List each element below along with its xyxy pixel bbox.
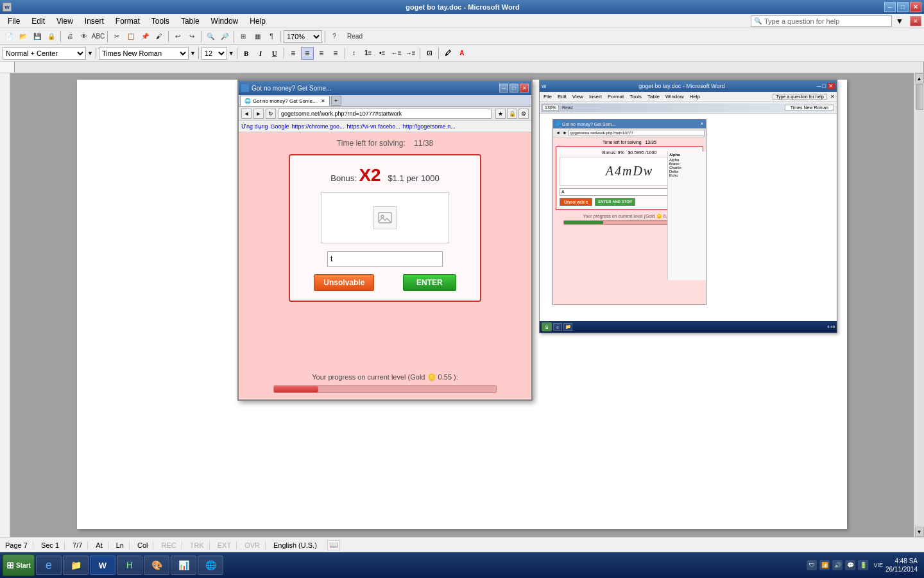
taskbar-app1[interactable]: 📊 — [171, 556, 196, 575]
captcha-input[interactable] — [327, 251, 443, 267]
bg-start-btn[interactable]: S — [542, 322, 552, 331]
style-dropdown[interactable]: ▼ — [87, 50, 93, 57]
bg-help-close[interactable]: ✕ — [830, 94, 835, 100]
bg-captcha-input[interactable] — [560, 188, 673, 196]
maximize-button[interactable]: □ — [897, 2, 909, 12]
menu-view[interactable]: View — [51, 15, 78, 27]
tab-close-icon[interactable]: ✕ — [321, 98, 325, 104]
bookmark-facebook[interactable]: https://vi-vn.facebo... — [347, 123, 400, 130]
menu-table[interactable]: Table — [176, 15, 205, 27]
undo-btn[interactable]: ↩ — [171, 30, 184, 43]
bg-help-box[interactable]: Type a question for help — [773, 94, 827, 100]
scroll-up-btn[interactable]: ▲ — [915, 73, 924, 83]
menu-tools[interactable]: Tools — [146, 15, 175, 27]
zoom-select[interactable]: 170% — [284, 30, 322, 43]
numbering-btn[interactable]: 1≡ — [362, 47, 375, 60]
bullets-btn[interactable]: •≡ — [376, 47, 389, 60]
bookmark-icon[interactable]: ★ — [495, 109, 506, 119]
forward-btn[interactable]: ► — [253, 109, 264, 119]
bg-menu-help[interactable]: Help — [688, 94, 702, 100]
paste-btn[interactable]: 📌 — [139, 30, 151, 43]
back-btn[interactable]: ◄ — [241, 109, 252, 119]
bookmark-gogetsome[interactable]: http://gogetsome.n... — [403, 123, 456, 130]
menu-window[interactable]: Window — [206, 15, 244, 27]
cut-btn[interactable]: ✂ — [110, 30, 123, 43]
font-color-btn[interactable]: A — [456, 47, 468, 60]
font-dropdown[interactable]: ▼ — [190, 50, 196, 57]
browser-active-tab[interactable]: 🌐 Got no money? Get Some... ✕ — [240, 96, 330, 106]
close-button[interactable]: ✕ — [910, 2, 921, 12]
bg-menu-tools[interactable]: Tools — [628, 94, 644, 100]
enter-btn[interactable]: ENTER — [403, 274, 456, 291]
scroll-down-btn[interactable]: ▼ — [915, 527, 924, 537]
bg-menu-table[interactable]: Table — [646, 94, 662, 100]
new-tab-btn[interactable]: + — [331, 96, 341, 106]
menu-help[interactable]: Help — [244, 15, 271, 27]
taskbar-app2[interactable]: 🌐 — [198, 556, 223, 575]
taskbar-word2[interactable]: H — [117, 556, 142, 575]
reload-btn[interactable]: ↻ — [266, 109, 276, 119]
taskbar-ie[interactable]: e — [36, 556, 62, 575]
taskbar-paint[interactable]: 🎨 — [144, 556, 169, 575]
bg-sb-url[interactable]: gogetsome.net/work.php?rnd=10777 — [569, 130, 705, 136]
read-btn[interactable]: Read — [342, 30, 368, 43]
spell-btn[interactable]: ABC — [92, 30, 105, 43]
bg-sb-back[interactable]: ◄ — [554, 130, 561, 135]
bg-menu-insert[interactable]: Insert — [587, 94, 604, 100]
background-word-window[interactable]: W goget bo tay.doc - Microsoft Word ─ □ … — [539, 80, 837, 333]
scroll-track[interactable] — [915, 83, 924, 527]
bg-close[interactable]: ✕ — [827, 83, 835, 89]
browser-minimize[interactable]: ─ — [499, 83, 508, 92]
bookmark-chrome[interactable]: https://chrome.goo... — [292, 123, 345, 130]
scroll-thumb[interactable] — [916, 84, 923, 110]
align-right-btn[interactable]: ≡ — [315, 47, 328, 60]
menu-format[interactable]: Format — [110, 15, 145, 27]
extensions-icon[interactable]: ⚙ — [518, 109, 529, 119]
bg-read[interactable]: Read — [562, 105, 573, 110]
format-painter-btn[interactable]: 🖌 — [153, 30, 166, 43]
show-hide-btn[interactable]: ¶ — [265, 30, 278, 43]
help-close-btn[interactable]: ✕ — [910, 16, 921, 26]
unsolvable-btn[interactable]: Unsolvable — [314, 274, 374, 291]
style-select[interactable]: Normal + Center — [3, 47, 86, 60]
italic-btn[interactable]: I — [254, 47, 267, 60]
bg-sb-forward[interactable]: ► — [561, 130, 569, 135]
save-btn[interactable]: 💾 — [31, 30, 44, 43]
highlight-btn[interactable]: 🖍 — [441, 47, 454, 60]
underline-btn[interactable]: U — [268, 47, 281, 60]
bg-menu-file[interactable]: File — [542, 94, 554, 100]
font-size-select[interactable]: 12 — [201, 47, 227, 60]
bg-menu-edit[interactable]: Edit — [556, 94, 569, 100]
main-browser-window[interactable]: Got no money? Get Some... ─ □ ✕ 🌐 Got no… — [237, 80, 533, 401]
bg-menu-format[interactable]: Format — [606, 94, 626, 100]
bookmark-ungdung[interactable]: Ứng dụng — [241, 123, 268, 130]
bg-small-browser[interactable]: 🌐 Got no money? Get Som... ✕ ◄ ► gogetso… — [552, 119, 706, 305]
bg-maximize[interactable]: □ — [823, 83, 826, 89]
bg-taskbar-ie[interactable]: e — [553, 323, 562, 331]
font-select[interactable]: Times New Roman — [99, 47, 189, 60]
line-spacing-btn[interactable]: ↕ — [348, 47, 361, 60]
align-left-btn[interactable]: ≡ — [287, 47, 300, 60]
url-bar[interactable]: gogetsome.net/work.php?rnd=10777#startwo… — [278, 109, 492, 119]
taskbar-folder[interactable]: 📁 — [63, 556, 89, 575]
bg-sb-close[interactable]: ✕ — [700, 121, 704, 127]
research-btn[interactable]: 🔍 — [204, 30, 217, 43]
menu-insert[interactable]: Insert — [80, 15, 109, 27]
status-book-icon[interactable]: 📖 — [327, 540, 340, 550]
justify-btn[interactable]: ≡ — [329, 47, 342, 60]
redo-btn[interactable]: ↪ — [185, 30, 198, 43]
preview-btn[interactable]: 👁 — [78, 30, 90, 43]
open-btn[interactable]: 📂 — [17, 30, 30, 43]
browser-close[interactable]: ✕ — [520, 83, 529, 92]
increase-indent-btn[interactable]: →≡ — [404, 47, 417, 60]
help-dropdown-btn[interactable]: ▼ — [893, 17, 906, 26]
find-btn[interactable]: 🔎 — [218, 30, 231, 43]
browser-maximize[interactable]: □ — [509, 83, 518, 92]
help-search-box[interactable]: 🔍 Type a question for help — [751, 15, 892, 27]
bold-btn[interactable]: B — [240, 47, 253, 60]
print-btn[interactable]: 🖨 — [64, 30, 76, 43]
help-toolbar-btn[interactable]: ? — [328, 30, 341, 43]
columns-btn[interactable]: ▦ — [251, 30, 264, 43]
align-center-btn[interactable]: ≡ — [301, 47, 314, 60]
taskbar-word[interactable]: W — [90, 556, 116, 575]
